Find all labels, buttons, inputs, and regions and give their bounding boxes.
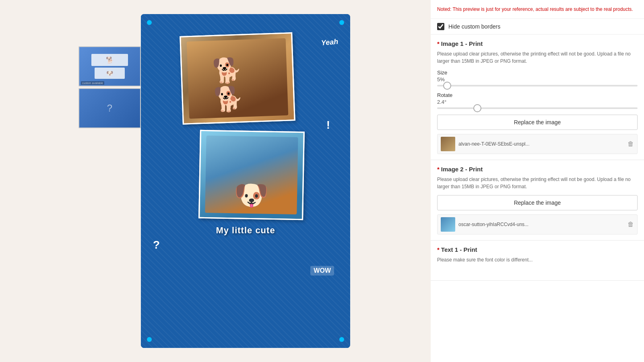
exclaim-decoration: ! — [326, 119, 330, 132]
image1-description: Please upload clear pictures, otherwise … — [437, 50, 638, 65]
text1-section: *Text 1 - Print Please make sure the fon… — [431, 241, 644, 281]
dog-image-top — [186, 38, 288, 119]
note-text: Noted: This preview is just for your ref… — [437, 6, 638, 13]
thumb-text-overlay: custom available — [81, 81, 104, 85]
scrollable-content: *Image 1 - Print Please upload clear pic… — [431, 35, 644, 281]
image2-section: *Image 2 - Print Please upload clear pic… — [431, 160, 644, 241]
image1-section: *Image 1 - Print Please upload clear pic… — [431, 35, 644, 160]
corner-dot-br — [339, 337, 344, 342]
corner-dot-bl — [147, 337, 152, 342]
photo-frame-top-inner — [181, 33, 294, 123]
text1-description: Please make sure the font color is diffe… — [437, 256, 638, 263]
thumbnail-1[interactable]: 🐕 🐶 custom available — [78, 46, 141, 86]
image1-delete-icon[interactable]: 🗑 — [627, 140, 634, 148]
main-blanket-image: Yeah ! ? WOW My little cute — [141, 14, 350, 348]
question-decoration: ? — [153, 239, 160, 251]
image2-required-marker: * — [437, 166, 440, 173]
blanket-text: My little cute — [216, 225, 275, 236]
size-label: Size — [437, 70, 638, 76]
photo-frame-bottom — [198, 130, 305, 220]
dog-image-bottom — [205, 136, 298, 215]
product-preview: 🐕 🐶 custom available ? — [78, 14, 352, 348]
thumb-preview-2: ? — [79, 88, 140, 128]
image1-file-thumbnail — [441, 137, 455, 151]
corner-dot-tr — [339, 20, 344, 25]
product-preview-panel: 🐕 🐶 custom available ? — [0, 0, 431, 362]
rotate-slider-thumb[interactable] — [473, 104, 481, 112]
text1-required-marker: * — [437, 246, 440, 253]
corner-dot-tl — [147, 20, 152, 25]
yeah-decoration: Yeah — [321, 37, 339, 47]
thumb-preview-1: 🐕 🐶 custom available — [79, 46, 140, 86]
image1-file-row: alvan-nee-T-0EW-SEbsE-unspl... 🗑 — [437, 134, 638, 154]
custom-borders-row[interactable]: Hide custom borders — [431, 19, 644, 35]
text1-title: *Text 1 - Print — [437, 246, 638, 253]
wow-decoration: WOW — [310, 266, 334, 276]
image2-file-thumbnail — [441, 217, 455, 232]
rotate-value: 2.4° — [437, 99, 638, 105]
size-slider-track — [437, 85, 638, 86]
image1-title: *Image 1 - Print — [437, 40, 638, 47]
controls-container: Noted: This preview is just for your ref… — [431, 0, 644, 362]
note-bar: Noted: This preview is just for your ref… — [431, 0, 644, 19]
size-value: 5% — [437, 76, 638, 82]
photo-frame-top — [180, 32, 295, 125]
replace-image1-button[interactable]: Replace the image — [437, 115, 638, 130]
image2-file-row: oscar-sutton-yihIaRCCvd4-uns... 🗑 — [437, 214, 638, 234]
image2-title: *Image 2 - Print — [437, 166, 638, 173]
image1-required-marker: * — [437, 40, 440, 47]
thumbnail-2[interactable]: ? — [78, 88, 141, 128]
size-slider-thumb[interactable] — [443, 82, 451, 90]
rotate-label: Rotate — [437, 92, 638, 98]
photo-frame-bottom-inner — [200, 131, 303, 219]
thumbnail-strip: 🐕 🐶 custom available ? — [78, 46, 143, 128]
replace-image2-button[interactable]: Replace the image — [437, 195, 638, 210]
hide-borders-label: Hide custom borders — [448, 23, 500, 30]
image1-file-name: alvan-nee-T-0EW-SEbsE-unspl... — [458, 141, 624, 147]
rotate-slider-track — [437, 107, 638, 109]
controls-panel: Noted: This preview is just for your ref… — [431, 0, 644, 362]
image2-description: Please upload clear pictures, otherwise … — [437, 176, 638, 190]
image2-delete-icon[interactable]: 🗑 — [627, 221, 634, 228]
image2-file-name: oscar-sutton-yihIaRCCvd4-uns... — [458, 222, 624, 227]
hide-borders-checkbox[interactable] — [437, 23, 444, 30]
